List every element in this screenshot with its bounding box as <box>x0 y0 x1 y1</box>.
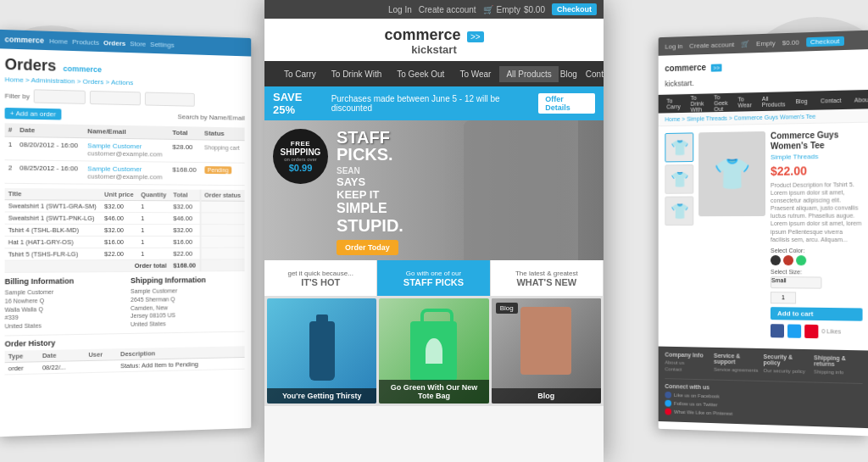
product-tiles: You're Getting Thirsty Go Green With Our… <box>264 296 604 406</box>
pinterest-share-icon[interactable] <box>804 325 818 338</box>
swatch-dark[interactable] <box>771 255 781 265</box>
footer-col-shipping: Shipping & returns Shipping info <box>814 354 863 377</box>
twitter-share-icon[interactable] <box>787 324 801 337</box>
footer-col-company: Company Info About us Contact <box>665 351 711 374</box>
product-tile-thirsty[interactable]: You're Getting Thirsty <box>267 298 376 404</box>
order-today-button[interactable]: Order Today <box>337 240 398 255</box>
right-login[interactable]: Log in <box>665 42 682 51</box>
right-create[interactable]: Create account <box>689 41 734 50</box>
right-nav-all[interactable]: All Products <box>758 93 790 109</box>
thumbnail-1[interactable]: 👕 <box>665 132 693 162</box>
footer-col-security: Security & policy Our security policy <box>763 353 811 376</box>
hero-staff: STAFF <box>337 129 403 146</box>
right-nav-about[interactable]: About <box>850 94 868 104</box>
free-shipping-badge: FREE SHIppINg on orders over $0.99 <box>273 129 328 184</box>
orders-logo-badge: commerce <box>63 64 102 74</box>
filter-start-date[interactable] <box>90 91 141 105</box>
create-account-link[interactable]: Create account <box>419 5 476 14</box>
nav-to-wear[interactable]: To Wear <box>453 66 498 82</box>
filter-status-input[interactable] <box>34 89 86 104</box>
orders-nav-store[interactable]: Store <box>130 40 146 48</box>
footer-security-policy[interactable]: Our security policy <box>763 367 811 376</box>
hero-simple: SIMPLE <box>337 201 403 216</box>
shipping-address: Sample Customer2645 Sherman QCamden, New… <box>131 287 245 329</box>
footer-contact[interactable]: Contact <box>665 365 711 374</box>
orders-nav-home[interactable]: Home <box>49 36 68 45</box>
right-nav-contact[interactable]: Contact <box>816 95 846 105</box>
orders-table: # Date Name/Email Total Status 1 08/20/2… <box>5 123 245 186</box>
product-tile-bag[interactable]: Go Green With Our New Tote Bag <box>379 298 488 404</box>
right-nav-drink[interactable]: To Drink With <box>687 92 709 114</box>
thumbnail-3[interactable]: 👕 <box>665 197 693 226</box>
checkout-button[interactable]: Checkout <box>552 3 597 15</box>
footer-security-title: Security & policy <box>763 353 811 366</box>
swatch-green[interactable] <box>796 255 806 265</box>
filter-end-date[interactable] <box>145 92 195 107</box>
cart-label: Empty <box>497 5 520 14</box>
hero-says: SAYS <box>337 175 403 188</box>
hero-sean: SEAN <box>337 166 403 175</box>
detail-row: Tshirt 4 (TSHL-BLK-MD) $32.00 1 $32.00 <box>5 224 245 236</box>
share-count: 0 Likes <box>821 328 841 334</box>
order-detail-section: Title Unit price Quantity Total Order st… <box>5 188 245 273</box>
nav-contact[interactable]: Contact <box>586 70 604 79</box>
product-tile-blog[interactable]: Blog Blog <box>492 298 601 404</box>
twitter-label: Follow us on Twitter <box>674 400 718 406</box>
footer-service-agreements[interactable]: Service agreements <box>714 365 761 374</box>
filter-by-label: Filter by <box>5 92 30 100</box>
product-description: Product Description for Tshirt 5. Lorem … <box>771 181 863 243</box>
feature-new-main: WHAT'S NEW <box>516 277 576 287</box>
orders-panel: commerce Home Products Orders Store Sett… <box>0 30 251 437</box>
feature-whats-new[interactable]: The latest & greatest WHAT'S NEW <box>491 260 604 296</box>
add-to-cart-button[interactable]: Add to cart <box>771 307 863 321</box>
right-footer: Company Info About us Contact Service & … <box>659 346 868 427</box>
product-thumbnails: 👕 👕 👕 <box>665 132 693 336</box>
feature-staff-picks[interactable]: Go with one of our STAFF PICKS <box>377 260 490 296</box>
right-checkout-button[interactable]: Checkout <box>806 36 844 47</box>
feature-hot[interactable]: get it quick because... IT'S HOT <box>264 260 377 296</box>
nav-to-drink[interactable]: To Drink With <box>325 66 388 82</box>
facebook-label: Like us on Facebook <box>674 392 720 398</box>
facebook-share-icon[interactable] <box>771 324 784 337</box>
right-nav-geek[interactable]: To Geek Out <box>709 92 732 113</box>
orders-nav-orders[interactable]: Orders <box>103 39 125 47</box>
right-nav-blog[interactable]: Blog <box>791 96 811 106</box>
center-nav-right: Blog Contact About <box>560 70 604 79</box>
table-row: 2 08/25/2012 - 16:00 Sample Customercust… <box>5 160 245 186</box>
billing-address: Sample Customer16 Nowhere QWalla Walla Q… <box>5 287 124 331</box>
swatch-red[interactable] <box>783 255 793 265</box>
right-nav-carry[interactable]: To Carry <box>663 96 685 111</box>
col-name: Name/Email <box>84 125 169 139</box>
feature-new-sub: The latest & greatest <box>515 270 578 277</box>
cart-area: 🛒 Empty $0.00 <box>483 5 545 14</box>
col-total: Total <box>170 126 202 140</box>
person-figure <box>464 120 557 260</box>
nav-to-carry[interactable]: To Carry <box>277 66 323 82</box>
cart-icon: 🛒 <box>483 5 493 14</box>
right-nav-wear[interactable]: To Wear <box>733 94 755 110</box>
feature-staff-sub: Go with one of our <box>406 270 461 277</box>
tile-label-1: You're Getting Thirsty <box>267 388 376 404</box>
login-link[interactable]: Log In <box>388 5 412 14</box>
orders-nav-products[interactable]: Products <box>72 37 99 46</box>
center-topbar: Log In Create account 🛒 Empty $0.00 Chec… <box>264 0 604 19</box>
add-order-button[interactable]: + Add an order <box>5 108 62 120</box>
hero-keep: KEEP IT <box>337 188 403 201</box>
badge-shipping: SHIppINg <box>281 148 321 157</box>
size-label: Select Size: <box>771 269 863 276</box>
breadcrumb-link[interactable]: Home > Simple Threads > Commerce Guys Wo… <box>665 114 815 123</box>
pinterest-label: What We Like on Pinterest <box>674 409 732 415</box>
size-select[interactable]: Small <box>771 276 821 289</box>
thumb-tshirt-3: 👕 <box>670 202 688 220</box>
thumbnail-2[interactable]: 👕 <box>665 164 693 194</box>
product-main-image: 👕 <box>698 131 765 216</box>
nav-all-products[interactable]: All Products <box>499 66 558 82</box>
offer-details-button[interactable]: Offer Details <box>538 93 595 114</box>
quantity-input[interactable]: 1 <box>771 292 796 303</box>
nav-to-geek[interactable]: To Geek Out <box>390 66 451 82</box>
nav-blog[interactable]: Blog <box>560 70 577 79</box>
center-nav: To Carry To Drink With To Geek Out To We… <box>264 61 604 86</box>
footer-shipping-info[interactable]: Shipping info <box>814 368 863 376</box>
promo-text: Purchases made between June 5 - 12 will … <box>331 94 532 113</box>
orders-nav-settings[interactable]: Settings <box>150 40 174 48</box>
